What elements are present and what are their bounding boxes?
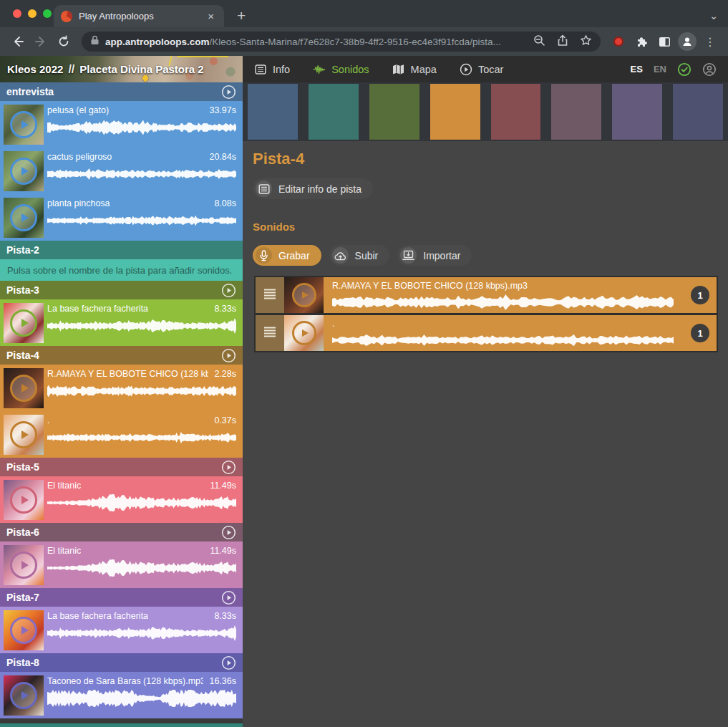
sound-thumbnail[interactable]	[4, 675, 44, 716]
subir-button[interactable]: Subir	[329, 245, 390, 266]
sidebar-sound-item[interactable]: El titanic11.49s	[0, 541, 243, 588]
back-button[interactable]	[7, 31, 29, 52]
sound-thumbnail[interactable]	[4, 198, 44, 238]
sidebar-sound-item[interactable]: El titanic11.49s	[0, 476, 243, 523]
drag-handle[interactable]	[256, 315, 284, 351]
sound-thumbnail[interactable]	[4, 545, 44, 585]
sound-meta: La base fachera facherita8.33s	[47, 304, 236, 314]
tab-info[interactable]: Info	[254, 63, 290, 76]
account-icon[interactable]	[702, 62, 717, 77]
sidebar-sound-item[interactable]: R.AMAYA Y EL BOBOTE CHICO (128 kbps)....…	[0, 365, 243, 411]
address-bar[interactable]: app.antropoloops.com/Kleos-Santa-Marina/…	[82, 32, 601, 52]
browser-window: Play Antropoloops × + ⌄ app.antropoloops…	[0, 0, 728, 727]
sound-duration: 11.49s	[210, 546, 236, 556]
track-swatch-1[interactable]	[248, 84, 298, 140]
sound-thumbnail[interactable]	[284, 315, 324, 351]
tab-sonidos[interactable]: Sonidos	[313, 63, 369, 76]
fullscreen-window-button[interactable]	[43, 9, 52, 18]
sidebar-sound-item[interactable]: cactus peligroso20.84s	[0, 148, 243, 194]
sound-thumbnail[interactable]	[4, 415, 44, 455]
extensions-puzzle-icon[interactable]	[631, 31, 652, 52]
check-circle-icon[interactable]	[677, 62, 691, 77]
play-section-icon[interactable]	[221, 655, 236, 670]
play-overlay-icon[interactable]	[10, 309, 37, 337]
play-overlay-icon[interactable]	[10, 375, 37, 402]
pista-header-pista-6[interactable]: Pista-6	[0, 523, 243, 541]
share-icon[interactable]	[557, 34, 568, 49]
sound-thumbnail[interactable]	[4, 151, 44, 191]
drag-handle[interactable]	[256, 277, 284, 313]
project-header[interactable]: Kleos 2022 // Placeta Divina Pastora 2	[0, 56, 243, 82]
importar-button[interactable]: Importar	[397, 245, 472, 266]
tab-close-icon[interactable]: ×	[205, 9, 217, 23]
track-swatch-7[interactable]	[612, 84, 662, 140]
profile-avatar[interactable]	[676, 31, 698, 52]
play-section-icon[interactable]	[221, 525, 236, 540]
pista-header-entrevista[interactable]: entrevista	[0, 82, 243, 101]
language-es[interactable]: ES	[631, 64, 643, 74]
tab-mapa[interactable]: Mapa	[392, 63, 437, 76]
play-overlay-icon[interactable]	[10, 486, 37, 514]
close-window-button[interactable]	[13, 9, 21, 18]
play-overlay-icon[interactable]	[10, 617, 37, 644]
sound-thumbnail[interactable]	[4, 105, 44, 145]
sidebar-sound-item[interactable]: Taconeo de Sara Baras (128 kbps).mp316.3…	[0, 672, 243, 718]
track-swatch-2[interactable]	[309, 84, 359, 140]
recording-indicator-icon[interactable]	[608, 31, 629, 52]
pista-header-pista-4[interactable]: Pista-4	[0, 346, 243, 365]
minimize-window-button[interactable]	[28, 9, 37, 18]
pista-header-pista-5[interactable]: Pista-5	[0, 458, 243, 476]
sound-title: El titanic	[47, 546, 81, 556]
breadcrumb-project[interactable]: Kleos 2022	[7, 63, 63, 75]
track-swatch-3[interactable]	[369, 84, 419, 140]
play-overlay-icon[interactable]	[10, 421, 37, 448]
pista-header-pista-7[interactable]: Pista-7	[0, 588, 243, 607]
zoom-out-icon[interactable]	[533, 34, 545, 49]
sidebar-sound-item[interactable]: planta pinchosa8.08s	[0, 194, 243, 241]
sidebar-sound-item[interactable]: .0.37s	[0, 411, 243, 458]
play-overlay-icon[interactable]	[292, 283, 316, 307]
sound-thumbnail[interactable]	[4, 368, 44, 408]
sidebar-sound-item[interactable]: La base fachera facherita8.33s	[0, 607, 243, 653]
play-section-icon[interactable]	[221, 85, 236, 100]
play-overlay-icon[interactable]	[10, 552, 37, 579]
pista-header-pista-8[interactable]: Pista-8	[0, 653, 243, 672]
track-swatch-6[interactable]	[551, 84, 601, 140]
new-tab-button[interactable]: +	[231, 8, 251, 23]
side-panel-icon[interactable]	[654, 31, 675, 52]
pista-empty-message: Pulsa sobre el nombre de la pista para a…	[0, 259, 243, 281]
menu-kebab-icon[interactable]: ⋮	[699, 31, 721, 52]
pista-header-pista-3[interactable]: Pista-3	[0, 281, 243, 299]
play-section-icon[interactable]	[221, 590, 236, 605]
browser-tab[interactable]: Play Antropoloops ×	[54, 5, 224, 27]
track-swatch-4[interactable]	[430, 84, 480, 140]
sound-thumbnail[interactable]	[4, 303, 44, 343]
track-swatch-5[interactable]	[491, 84, 541, 140]
play-overlay-icon[interactable]	[10, 111, 37, 138]
sidebar-sound-item[interactable]: La base fachera facherita8.33s	[0, 299, 243, 346]
play-section-icon[interactable]	[221, 460, 236, 475]
grabar-button[interactable]: Grabar	[253, 245, 321, 266]
sidebar-sound-item[interactable]: pelusa (el gato)33.97s	[0, 101, 243, 148]
play-section-icon[interactable]	[221, 283, 236, 298]
reload-button[interactable]	[53, 31, 74, 52]
sound-thumbnail[interactable]	[4, 480, 44, 520]
forward-button[interactable]	[30, 31, 52, 52]
sound-meta: .0.37s	[47, 415, 236, 425]
bookmark-star-icon[interactable]	[580, 34, 592, 49]
sound-thumbnail[interactable]	[284, 277, 324, 313]
edit-track-info-button[interactable]: Editar info de pista	[253, 178, 373, 199]
tab-tocar[interactable]: Tocar	[460, 63, 503, 76]
sound-thumbnail[interactable]	[4, 610, 44, 650]
play-overlay-icon[interactable]	[10, 682, 37, 709]
language-en[interactable]: EN	[654, 64, 666, 74]
sound-row[interactable]: R.AMAYA Y EL BOBOTE CHICO (128 kbps).mp3…	[256, 277, 717, 313]
play-overlay-icon[interactable]	[10, 158, 37, 185]
tab-search-chevron-icon[interactable]: ⌄	[709, 10, 718, 21]
sound-row[interactable]: .1	[256, 315, 717, 351]
track-swatch-8[interactable]	[673, 84, 723, 140]
play-section-icon[interactable]	[221, 348, 236, 363]
play-overlay-icon[interactable]	[292, 321, 316, 345]
play-overlay-icon[interactable]	[10, 204, 37, 231]
pista-header-pista-2[interactable]: Pista-2	[0, 241, 243, 259]
